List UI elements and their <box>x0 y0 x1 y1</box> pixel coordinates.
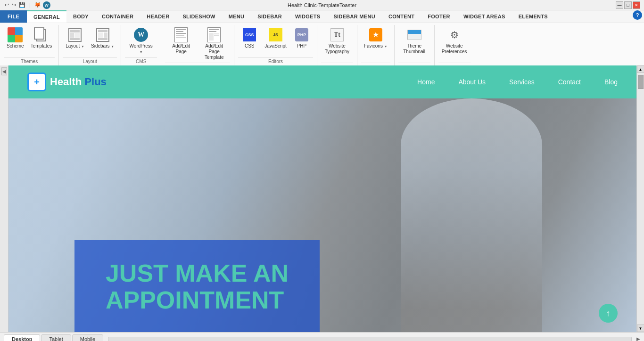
tab-slideshow[interactable]: SLIDESHOW <box>176 10 222 23</box>
theme-thumbnail-button[interactable]: Theme Thumbnail <box>398 26 430 56</box>
nav-blog[interactable]: Blog <box>604 78 618 86</box>
firefox-button[interactable]: 🦊 <box>33 1 42 8</box>
site-logo: + Health Plus <box>27 73 107 91</box>
hero-cta-box: JUST MAKE AN APPOINTMENT <box>74 240 320 332</box>
sidebar-arrow-icon[interactable]: ◀ <box>1 67 7 75</box>
ribbon-group-pages: Add/Edit Page <box>161 25 234 65</box>
css-icon: CSS <box>242 27 257 42</box>
tab-mobile[interactable]: Mobile <box>72 334 103 341</box>
ribbon-tab-bar: FILE GENERAL BODY CONTAINER HEADER SLIDE… <box>0 10 644 23</box>
tab-file[interactable]: FILE <box>0 10 27 23</box>
ribbon-group-typography: Tt Website Typography <box>317 25 357 65</box>
add-edit-template-icon <box>206 27 222 42</box>
tab-sidebar[interactable]: SIDEBAR <box>251 10 289 23</box>
nav-home[interactable]: Home <box>417 78 435 86</box>
editor-area: ◀ + Health Plus Home About Us Services C… <box>0 65 644 332</box>
redo-button[interactable]: ↪ <box>11 1 17 8</box>
editor-scrollbar: ▲ ▼ <box>636 65 644 332</box>
hero-cta-text: JUST MAKE AN APPOINTMENT <box>106 260 289 314</box>
logo-text: Health Plus <box>50 76 107 88</box>
nav-services[interactable]: Services <box>509 78 535 86</box>
hero-section: ↑ JUST MAKE AN APPOINTMENT <box>8 98 636 332</box>
tab-widgets[interactable]: WIDGETS <box>289 10 327 23</box>
tab-tablet[interactable]: Tablet <box>41 334 71 341</box>
sidebars-icon <box>95 27 110 42</box>
wordpress-button[interactable]: W WordPress ▼ <box>125 26 157 56</box>
php-icon: PHP <box>294 27 309 42</box>
tab-general[interactable]: GENERAL <box>27 10 66 23</box>
cms-group-label: CMS <box>125 57 157 65</box>
css-button[interactable]: CSS CSS <box>238 26 261 50</box>
tab-header[interactable]: HEADER <box>140 10 176 23</box>
hero-line1: JUST MAKE AN <box>106 260 289 287</box>
templates-button[interactable]: Templates <box>28 26 55 50</box>
add-edit-template-button[interactable]: Add/Edit Page Template <box>198 26 230 62</box>
save-button[interactable]: 💾 <box>18 1 26 8</box>
tab-widget-areas[interactable]: WIDGET AREAS <box>457 10 512 23</box>
tab-sidebar-menu[interactable]: SIDEBAR MENU <box>327 10 382 23</box>
tab-footer[interactable]: FOOTER <box>421 10 457 23</box>
nav-contact[interactable]: Contact <box>558 78 581 86</box>
scroll-top-button[interactable]: ↑ <box>599 304 618 323</box>
wordpress-icon: W <box>133 27 149 42</box>
ribbon-group-favicons: Favicons ▼ <box>357 25 395 65</box>
tab-elements[interactable]: ELEMENTS <box>512 10 554 23</box>
layout-icon <box>67 27 83 42</box>
bottom-scrollbar-right: ▶ <box>636 336 640 341</box>
quick-access-toolbar: ↩ ↪ 💾 | 🦊 W <box>4 1 50 9</box>
tab-body[interactable]: BODY <box>66 10 95 23</box>
undo-button[interactable]: ↩ <box>4 1 10 8</box>
javascript-icon: JS <box>268 27 283 42</box>
logo-plus-text: Plus <box>82 76 107 88</box>
minimize-button[interactable]: — <box>616 1 623 9</box>
ribbon-group-thumbnail: Theme Thumbnail <box>395 25 435 65</box>
theme-thumbnail-icon <box>407 27 422 42</box>
close-button[interactable]: ✕ <box>633 1 640 9</box>
ribbon-group-cms: W WordPress ▼ CMS <box>121 25 161 65</box>
scroll-down-button[interactable]: ▼ <box>637 325 644 332</box>
website-preferences-button[interactable]: ⚙ Website Preferences <box>438 26 471 56</box>
bottom-bar: Desktop Tablet Mobile ▶ <box>0 332 644 341</box>
favicons-button[interactable]: Favicons ▼ <box>361 26 390 50</box>
preferences-icon: ⚙ <box>447 27 462 42</box>
help-ribbon-btn[interactable]: ? <box>633 10 642 20</box>
site-nav: Home About Us Services Contact Blog <box>417 78 618 86</box>
website-typography-button[interactable]: Tt Website Typography <box>321 26 353 56</box>
tab-desktop[interactable]: Desktop <box>4 334 40 341</box>
typography-icon: Tt <box>330 27 345 42</box>
logo-health-text: Health <box>50 76 82 88</box>
tab-container[interactable]: CONTAINER <box>95 10 140 23</box>
scheme-icon <box>8 27 23 42</box>
wordpress-icon-small[interactable]: W <box>43 1 50 9</box>
add-edit-page-icon <box>173 27 189 42</box>
nav-about[interactable]: About Us <box>458 78 486 86</box>
doctor-silhouette <box>401 98 542 332</box>
layout-button[interactable]: Layout ▼ <box>63 26 87 50</box>
ribbon-group-themes: Scheme Templates Themes <box>0 25 59 65</box>
sidebars-button[interactable]: Sidebars ▼ <box>88 26 117 50</box>
scroll-up-button[interactable]: ▲ <box>637 65 644 73</box>
favicons-icon <box>368 27 383 42</box>
add-edit-page-button[interactable]: Add/Edit Page <box>165 26 197 56</box>
layout-group-label: Layout <box>63 57 117 65</box>
title-bar-left: ↩ ↪ 💾 | 🦊 W <box>4 1 50 9</box>
php-button[interactable]: PHP PHP <box>290 26 313 50</box>
logo-icon: + <box>27 73 46 91</box>
title-bar: ↩ ↪ 💾 | 🦊 W Health Clinic-TemplateToaste… <box>0 0 644 10</box>
ribbon-group-editors: CSS CSS JS JavaScript PHP PHP Editors <box>234 25 317 65</box>
tab-content[interactable]: CONTENT <box>382 10 421 23</box>
window-controls: — □ ✕ <box>616 1 640 9</box>
maximize-button[interactable]: □ <box>624 1 632 9</box>
site-header: + Health Plus Home About Us Services Con… <box>8 65 636 98</box>
javascript-button[interactable]: JS JavaScript <box>262 26 289 50</box>
scroll-track[interactable] <box>637 73 644 325</box>
editor-sidebar-toggle[interactable]: ◀ <box>0 65 8 332</box>
scroll-thumb[interactable] <box>638 75 644 89</box>
scheme-button[interactable]: Scheme <box>4 26 27 50</box>
ribbon-group-preferences: ⚙ Website Preferences <box>435 25 474 65</box>
templates-icon <box>33 27 49 42</box>
layout-items: Layout ▼ Sidebars ▼ <box>63 26 117 57</box>
tab-menu[interactable]: MENU <box>222 10 251 23</box>
website-preview: + Health Plus Home About Us Services Con… <box>8 65 636 332</box>
ribbon-group-layout: Layout ▼ Sidebars ▼ Layout <box>59 25 121 65</box>
